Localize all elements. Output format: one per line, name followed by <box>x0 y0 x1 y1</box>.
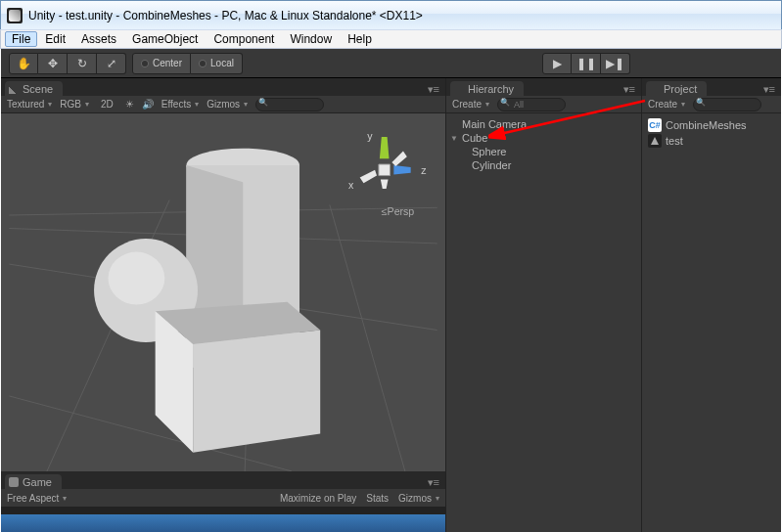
render-mode-dropdown[interactable]: RGB <box>60 99 89 110</box>
scene-toolbar: Textured RGB 2D ☀ 🔊 Effects Gizmos <box>1 96 445 113</box>
hierarchy-item-sphere[interactable]: Sphere <box>446 145 641 158</box>
rotate-tool[interactable]: ↻ <box>68 53 97 74</box>
move-tool[interactable]: ✥ <box>38 53 68 74</box>
project-tab[interactable]: Project <box>646 81 707 96</box>
project-tree: C# CombineMeshes test <box>642 113 781 532</box>
unity-logo-icon <box>7 8 23 23</box>
svg-text:z: z <box>421 164 426 176</box>
game-tab[interactable]: Game <box>5 474 62 489</box>
hierarchy-item-cube[interactable]: ▼Cube <box>446 131 641 145</box>
scene-tab-row: Scene ▾≡ <box>1 78 445 96</box>
svg-marker-15 <box>393 165 410 175</box>
game-toolbar: Free Aspect Maximize on Play Stats Gizmo… <box>1 489 445 507</box>
menu-help[interactable]: Help <box>340 32 380 46</box>
hierarchy-create-dropdown[interactable]: Create <box>452 99 489 110</box>
window-title: Unity - test.unity - CombineMeshes - PC,… <box>28 9 423 22</box>
svg-text:x: x <box>348 179 354 191</box>
transform-tool-group: ✋ ✥ ↻ ⤢ <box>9 53 126 74</box>
menu-assets[interactable]: Assets <box>73 32 124 46</box>
project-search-input[interactable] <box>693 98 761 111</box>
hierarchy-tree: Main Camera ▼Cube Sphere Cylinder <box>446 113 641 532</box>
expand-triangle-icon[interactable]: ▼ <box>450 134 458 143</box>
unity-scene-icon <box>648 134 662 148</box>
menu-window[interactable]: Window <box>282 32 340 46</box>
project-panel: Project ▾≡ Create C# CombineMeshes test <box>641 78 781 532</box>
csharp-script-icon: C# <box>648 118 662 132</box>
svg-marker-18 <box>381 179 389 189</box>
stats-toggle[interactable]: Stats <box>366 493 389 504</box>
center-toggle[interactable]: Center <box>132 53 191 74</box>
scene-tab[interactable]: Scene <box>5 81 63 96</box>
scale-tool[interactable]: ⤢ <box>97 53 126 74</box>
svg-marker-17 <box>391 152 406 166</box>
game-tab-row: Game ▾≡ <box>1 471 445 489</box>
svg-text:y: y <box>367 130 373 142</box>
hierarchy-panel-options-icon[interactable]: ▾≡ <box>618 83 641 96</box>
game-gizmos-dropdown[interactable]: Gizmos <box>398 493 439 504</box>
menu-bar: File Edit Assets GameObject Component Wi… <box>0 29 782 49</box>
perspective-label: ≤Persp <box>382 205 415 217</box>
menu-component[interactable]: Component <box>206 32 282 46</box>
2d-toggle[interactable]: 2D <box>97 99 117 110</box>
project-create-dropdown[interactable]: Create <box>648 99 685 110</box>
audio-icon[interactable]: 🔊 <box>142 99 154 110</box>
hierarchy-tab[interactable]: Hierarchy <box>450 81 524 96</box>
scene-viewport[interactable]: y z x ≤Persp <box>1 113 445 471</box>
svg-marker-16 <box>360 170 377 183</box>
shading-mode-dropdown[interactable]: Textured <box>7 99 52 110</box>
game-panel-options-icon[interactable]: ▾≡ <box>422 476 445 489</box>
pause-button[interactable]: ❚❚ <box>572 53 601 74</box>
main-toolbar: ✋ ✥ ↻ ⤢ Center Local ▶ ❚❚ ▶❚ <box>1 49 781 78</box>
svg-point-9 <box>108 252 164 305</box>
hierarchy-item-main-camera[interactable]: Main Camera <box>446 117 641 131</box>
gizmos-dropdown[interactable]: Gizmos <box>207 99 248 110</box>
scene-search-input[interactable] <box>255 98 324 111</box>
hierarchy-item-cylinder[interactable]: Cylinder <box>446 158 641 172</box>
local-toggle[interactable]: Local <box>191 53 243 74</box>
aspect-dropdown[interactable]: Free Aspect <box>7 493 67 504</box>
scene-panel-options-icon[interactable]: ▾≡ <box>422 83 445 96</box>
hierarchy-search-input[interactable] <box>497 98 566 111</box>
hand-tool[interactable]: ✋ <box>9 53 38 74</box>
svg-line-6 <box>330 204 405 471</box>
menu-gameobject[interactable]: GameObject <box>124 32 206 46</box>
project-item-combinemeshes[interactable]: C# CombineMeshes <box>642 117 781 133</box>
project-item-test[interactable]: test <box>642 133 781 149</box>
play-button[interactable]: ▶ <box>542 53 572 74</box>
game-view-strip <box>1 514 445 532</box>
svg-marker-14 <box>380 137 390 158</box>
menu-edit[interactable]: Edit <box>37 32 73 46</box>
step-button[interactable]: ▶❚ <box>601 53 630 74</box>
playback-group: ▶ ❚❚ ▶❚ <box>542 53 630 74</box>
maximize-on-play-toggle[interactable]: Maximize on Play <box>280 493 356 504</box>
hierarchy-panel: Hierarchy ▾≡ Create Main Camera ▼Cube Sp… <box>445 78 641 532</box>
menu-file[interactable]: File <box>5 31 37 47</box>
unity-editor: ✋ ✥ ↻ ⤢ Center Local ▶ ❚❚ ▶❚ Scene ▾≡ Te… <box>1 49 781 532</box>
light-icon[interactable]: ☀ <box>125 99 134 110</box>
window-titlebar: Unity - test.unity - CombineMeshes - PC,… <box>0 0 782 29</box>
pivot-toggle-group: Center Local <box>132 53 243 74</box>
effects-dropdown[interactable]: Effects <box>161 99 199 110</box>
svg-marker-13 <box>379 164 391 176</box>
project-panel-options-icon[interactable]: ▾≡ <box>758 83 781 96</box>
svg-marker-12 <box>193 331 320 453</box>
orientation-gizmo <box>360 137 411 189</box>
